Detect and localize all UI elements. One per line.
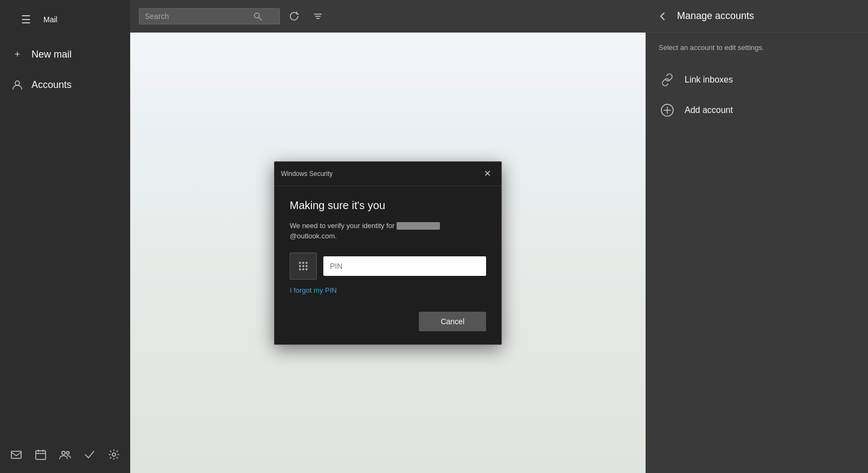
svg-point-22 xyxy=(305,268,308,270)
accounts-label: Accounts xyxy=(31,79,72,91)
toolbar xyxy=(130,0,646,33)
svg-point-19 xyxy=(305,265,308,267)
manage-accounts-title: Manage accounts xyxy=(677,10,754,22)
desc-prefix: We need to verify your identity for xyxy=(290,222,397,230)
sidebar-header: ☰ Mail xyxy=(0,0,130,39)
accounts-button[interactable]: Accounts xyxy=(0,70,130,100)
new-mail-label: New mail xyxy=(31,49,72,60)
pin-row xyxy=(290,253,486,280)
link-inboxes-label: Link inboxes xyxy=(685,75,733,85)
right-panel-body: Select an account to edit settings. Link… xyxy=(646,33,868,473)
svg-rect-2 xyxy=(36,451,46,459)
cancel-button[interactable]: Cancel xyxy=(419,312,486,331)
windows-security-dialog: Windows Security ✕ Making sure it's you … xyxy=(274,161,502,345)
dialog-titlebar: Windows Security ✕ xyxy=(275,162,501,186)
svg-point-8 xyxy=(112,453,116,456)
search-icon xyxy=(253,12,262,21)
mail-bottom-icon[interactable] xyxy=(5,443,28,466)
dialog-heading: Making sure it's you xyxy=(290,199,486,212)
filter-button[interactable] xyxy=(308,7,328,26)
filter-icon xyxy=(313,11,323,21)
select-account-text: Select an account to edit settings. xyxy=(659,43,855,52)
keypad-icon xyxy=(296,258,311,274)
search-input[interactable] xyxy=(145,12,253,21)
add-account-button[interactable]: Add account xyxy=(659,95,855,125)
sidebar-bottom-bar xyxy=(0,436,130,473)
person-icon xyxy=(11,78,24,91)
background-area: Windows Security ✕ Making sure it's you … xyxy=(130,33,646,473)
dialog-description: We need to verify your identity for @out… xyxy=(290,220,486,242)
add-account-label: Add account xyxy=(685,105,733,115)
dialog-overlay: Windows Security ✕ Making sure it's you … xyxy=(130,33,646,473)
desc-email-suffix: @outlook.com. xyxy=(290,232,337,240)
back-button[interactable] xyxy=(654,8,672,25)
svg-point-7 xyxy=(66,452,69,455)
svg-point-20 xyxy=(299,268,301,270)
pin-keypad-button[interactable] xyxy=(290,253,317,280)
right-panel: Manage accounts Select an account to edi… xyxy=(646,0,868,473)
sync-icon xyxy=(289,11,299,21)
plus-icon: + xyxy=(11,48,24,61)
new-mail-button[interactable]: + New mail xyxy=(0,39,130,70)
dialog-body: Making sure it's you We need to verify y… xyxy=(275,186,501,344)
back-icon xyxy=(659,12,667,21)
add-account-icon xyxy=(659,102,676,119)
sidebar: ☰ Mail + New mail Accounts xyxy=(0,0,130,473)
app-title: Mail xyxy=(43,15,58,24)
forgot-pin-link[interactable]: I forgot my PIN xyxy=(290,286,486,294)
calendar-bottom-icon[interactable] xyxy=(30,443,52,466)
svg-point-17 xyxy=(299,265,301,267)
redacted-email xyxy=(397,222,440,230)
svg-point-18 xyxy=(302,265,304,267)
sync-button[interactable] xyxy=(284,7,304,26)
main-area: Windows Security ✕ Making sure it's you … xyxy=(130,0,646,473)
svg-line-10 xyxy=(259,17,261,20)
svg-point-21 xyxy=(302,268,304,270)
dialog-title: Windows Security xyxy=(281,170,333,178)
hamburger-icon[interactable]: ☰ xyxy=(14,8,38,31)
pin-input[interactable] xyxy=(323,256,486,276)
link-inboxes-button[interactable]: Link inboxes xyxy=(659,65,855,95)
svg-point-6 xyxy=(62,451,65,455)
svg-rect-1 xyxy=(11,451,21,458)
dialog-close-button[interactable]: ✕ xyxy=(480,166,495,181)
settings-bottom-icon[interactable] xyxy=(103,443,125,466)
svg-point-0 xyxy=(15,81,20,85)
dialog-footer: Cancel xyxy=(290,307,486,331)
link-inboxes-icon xyxy=(659,71,676,89)
todo-bottom-icon[interactable] xyxy=(78,443,100,466)
svg-point-16 xyxy=(305,262,308,264)
svg-point-15 xyxy=(302,262,304,264)
people-bottom-icon[interactable] xyxy=(54,443,76,466)
search-box[interactable] xyxy=(139,8,280,24)
right-panel-header: Manage accounts xyxy=(646,0,868,33)
svg-point-14 xyxy=(299,262,301,264)
